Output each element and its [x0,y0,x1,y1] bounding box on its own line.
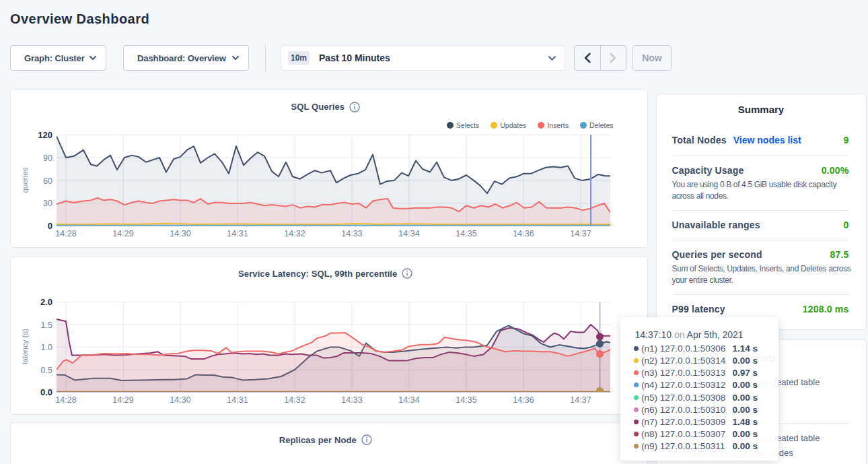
svg-text:14:34: 14:34 [398,395,419,405]
svg-text:1.0: 1.0 [41,343,52,352]
svg-text:queries: queries [21,167,29,193]
svg-text:2.0: 2.0 [40,297,52,307]
svg-text:60: 60 [43,176,52,185]
svg-text:14:28: 14:28 [55,229,76,238]
svg-text:14:33: 14:33 [341,229,362,238]
svg-text:14:31: 14:31 [227,229,248,238]
svg-text:0.5: 0.5 [41,365,52,374]
svg-text:14:35: 14:35 [456,229,476,238]
svg-text:14:35: 14:35 [456,395,476,405]
svg-text:14:34: 14:34 [398,229,419,238]
svg-text:0.0: 0.0 [40,387,52,397]
svg-text:14:30: 14:30 [170,229,190,238]
svg-text:14:30: 14:30 [170,395,190,405]
svg-text:14:29: 14:29 [112,395,133,405]
svg-text:14:31: 14:31 [227,395,248,405]
svg-text:14:37: 14:37 [570,395,591,405]
svg-text:14:36: 14:36 [513,395,534,405]
svg-text:120: 120 [38,129,52,139]
svg-text:latency (s): latency (s) [21,328,29,364]
svg-text:90: 90 [43,153,52,162]
svg-text:14:32: 14:32 [284,395,305,405]
svg-text:14:37: 14:37 [570,229,591,238]
svg-text:1.5: 1.5 [41,320,52,329]
svg-text:30: 30 [43,199,52,208]
svg-text:14:29: 14:29 [112,229,133,238]
svg-text:14:33: 14:33 [341,395,362,405]
svg-text:14:32: 14:32 [284,229,305,238]
svg-text:14:28: 14:28 [55,395,76,405]
svg-text:14:36: 14:36 [513,229,534,238]
svg-text:0: 0 [48,221,52,231]
